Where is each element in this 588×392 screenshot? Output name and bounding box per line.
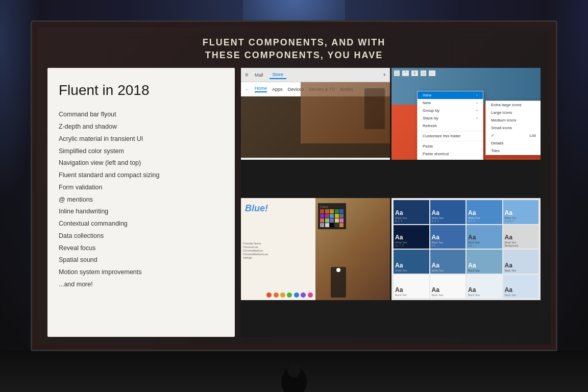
color-cell (325, 214, 329, 218)
color-cell (335, 218, 339, 223)
typo-info: White Text8, 7, 7 (395, 216, 407, 223)
color-name-list: Friendly Name ChromeLow ChromeMedium Chr… (243, 242, 313, 259)
menu-item-view-label: View (418, 91, 483, 99)
color-cell (330, 218, 334, 223)
color-cell (339, 209, 344, 213)
submenu-tiles: Tiles (486, 147, 541, 155)
color-cell (325, 218, 329, 223)
typo-info: White Text1.7, 5, 7 (505, 216, 517, 223)
list-item: Z-depth and shadow (59, 122, 224, 132)
toolbar-icon: ⌃ (402, 70, 409, 76)
color-cell (320, 218, 324, 223)
menu-divider (418, 131, 483, 131)
right-panel: ⊞ Mail Store + ← Home Apps Devices Movie… (241, 68, 541, 337)
typo-info: White Text5, 7, 7 (432, 216, 444, 223)
toolbar-icon: ⇧ (411, 70, 418, 76)
submenu-list: List (486, 132, 541, 139)
color-palette-panel: Colors (318, 203, 346, 229)
audience-silhouette (243, 361, 345, 392)
audience-area (0, 351, 588, 392)
menu-item-group: Group by (418, 107, 483, 114)
swatch (294, 292, 299, 298)
screenshot-context-menu: ⎕ ⌃ ⇧ □ ··· View (391, 68, 541, 160)
face-photo: Colors (315, 198, 390, 300)
typo-aa: Aa (432, 286, 439, 293)
color-cell (330, 214, 334, 218)
typo-info: Black Text (505, 293, 517, 297)
typo-aa: Aa (432, 262, 439, 269)
typo-aa: Aa (468, 286, 476, 293)
typo-info: White Text (432, 269, 444, 272)
menu-item-refresh: Refresh (418, 122, 483, 130)
color-cell (330, 223, 334, 227)
typo-tile: Aa Black Text (467, 250, 502, 274)
store-tab-mail: Mail (252, 71, 266, 79)
menu-item-paste-shortcut: Paste shortcut (418, 150, 483, 158)
context-menu-inner: View Extra large icons Large icons Mediu… (417, 91, 483, 160)
phone-silhouette (331, 267, 346, 298)
list-item: Command bar flyout (59, 110, 224, 119)
swatch (274, 292, 279, 298)
typo-aa: Aa (395, 234, 403, 241)
title-line-2: THESE COMPONENTS, YOU HAVE (37, 49, 551, 62)
typo-aa: Aa (468, 209, 476, 216)
color-cell (335, 209, 339, 213)
typo-tile: Aa Black Text (394, 275, 429, 299)
list-item: ...and more! (59, 280, 224, 289)
list-item: Spatial sound (59, 255, 224, 265)
list-item: Inline handwriting (59, 207, 224, 216)
color-cell (330, 209, 334, 213)
typo-aa: Aa (432, 234, 439, 241)
typo-tile: Aa Black Text (430, 275, 466, 299)
color-name-item: ChromeMedium (243, 249, 313, 252)
list-item: Form validation (59, 183, 224, 192)
typo-tile: Aa White Text1.7, 5, 7 (503, 200, 539, 224)
typo-tile: Aa Black TextBackground (503, 225, 539, 249)
submenu-details: Details (486, 139, 541, 147)
projector-screen: FLUENT COMPONENTS, AND WITH THESE COMPON… (31, 20, 557, 351)
submenu-medium: Medium icons (486, 116, 541, 124)
nav-apps: Apps (272, 87, 283, 92)
list-item: Acrylic material in transient UI (59, 134, 224, 144)
left-panel: Fluent in 2018 Command bar flyout Z-dept… (47, 68, 235, 337)
typo-aa: Aa (505, 286, 512, 293)
typo-info: White Text12, 7, 7 (395, 241, 407, 247)
submenu-view: Extra large icons Large icons Medium ico… (485, 101, 541, 155)
typo-tile: Aa Black Text (467, 275, 502, 299)
list-item: Data collections (59, 231, 224, 241)
color-cell (339, 218, 344, 223)
menu-divider (418, 141, 483, 141)
typo-tile: Aa White Text12, 7, 7 (394, 225, 429, 249)
colorpicker-left: Blue! Friendly Name ChromeLow ChromeMedi… (241, 198, 315, 300)
feature-list: Command bar flyout Z-depth and shadow Ac… (59, 110, 224, 289)
slide-content: FLUENT COMPONENTS, AND WITH THESE COMPON… (37, 27, 551, 345)
typo-aa: Aa (468, 234, 476, 241)
typo-tile: Aa Black Text (503, 250, 539, 274)
ink-demo-text: Blue! (245, 203, 268, 214)
ink-palette-area: Blue! Friendly Name ChromeLow ChromeMedi… (241, 198, 315, 300)
typo-info: White Text (395, 269, 407, 272)
typo-tile: Aa White Text (394, 250, 429, 274)
typo-tile: Aa White Text (430, 250, 466, 274)
submenu-extra-large: Extra large icons (486, 101, 541, 109)
color-cell (335, 223, 339, 227)
typo-info: Black Text (432, 293, 444, 297)
submenu-large: Large icons (486, 109, 541, 116)
toolbar-icon: □ (421, 70, 426, 76)
typo-info: Black Text1.7, -, - (432, 241, 444, 247)
list-item: Navigation view (left and top) (59, 158, 224, 168)
toolbar-icon: ··· (429, 70, 435, 76)
typo-tile: Aa Black Text2.2, -, - (467, 225, 502, 249)
swatch (280, 292, 285, 298)
typo-tile: Aa Black Text1.7, -, - (430, 225, 466, 249)
color-label: Colors (320, 205, 344, 208)
list-item: Motion system improvements (59, 267, 224, 277)
add-tab-button: + (383, 72, 386, 78)
color-name-item: AltHigh (243, 256, 313, 259)
undo-shortcut: Ctrl+Z (467, 159, 478, 160)
typo-tile: Aa White Text5, 7, 7 (430, 200, 466, 224)
color-cell (325, 209, 329, 213)
list-item: Reveal focus (59, 243, 224, 253)
typo-aa: Aa (505, 234, 512, 241)
store-tab-store: Store (270, 71, 287, 79)
